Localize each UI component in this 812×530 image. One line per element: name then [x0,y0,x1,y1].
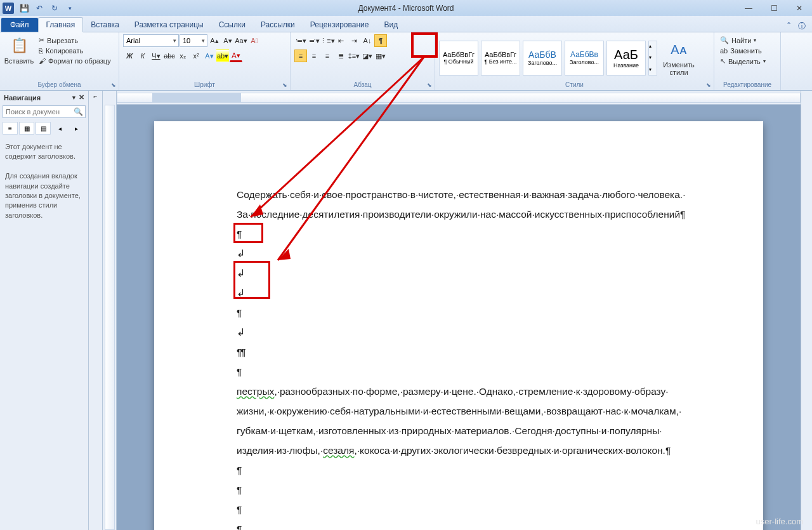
paste-icon: 📋 [9,36,29,56]
highlight-box-2 [233,261,270,299]
brush-icon: 🖌 [39,57,46,65]
replace-button[interactable]: abЗаменить [718,46,764,55]
shading-icon[interactable]: ◪▾ [361,50,374,62]
nav-view-pages[interactable]: ▦ [19,122,34,135]
nav-title: Навигация [4,94,41,102]
copy-icon: ⎘ [39,47,43,55]
align-left-icon[interactable]: ≡ [294,50,307,62]
grow-font-icon[interactable]: A▴ [208,34,221,47]
superscript-button[interactable]: x² [190,50,202,62]
navigation-pane: Навигация ▼ ✕ 🔍 ≡ ▦ ▤ ◂ ▸ Этот документ … [0,91,89,530]
tab-view[interactable]: Вид [376,18,405,32]
sort-icon[interactable]: A↓ [361,34,374,47]
nav-dropdown-icon[interactable]: ▼ [71,95,77,101]
increase-indent-icon[interactable]: ⇥ [348,34,360,47]
group-paragraph: ≔▾ ≕▾ ⋮≡▾ ⇤ ⇥ A↓ ¶ ≡ ≡ ≡ ≣ ‡≡▾ ◪▾ ▦▾ Абз… [291,32,435,90]
style-heading2[interactable]: АаБбВвЗаголово... [565,41,604,76]
nav-empty-msg1: Этот документ не содержит заголовков. [5,142,83,162]
minimize-ribbon-icon[interactable]: ⌃ [786,21,792,32]
tab-references[interactable]: Ссылки [211,18,253,32]
subscript-button[interactable]: x₂ [176,50,189,62]
cursor-icon: ↖ [720,57,726,65]
ribbon-tabs: Файл Главная Вставка Разметка страницы С… [0,16,812,32]
italic-button[interactable]: К [136,50,149,62]
change-styles-button[interactable]: Aᴀ Изменить стили [660,38,698,77]
titlebar: W 💾 ↶ ↻ ▾ Документ4 - Microsoft Word — ☐… [0,0,812,16]
decrease-indent-icon[interactable]: ⇤ [334,34,347,47]
text-effects-icon[interactable]: A▾ [203,50,216,62]
nav-view-next[interactable]: ▸ [69,122,84,135]
highlight-box-1 [233,223,263,243]
justify-icon[interactable]: ≣ [334,50,347,62]
font-color-icon[interactable]: A▾ [230,50,242,62]
nav-empty-msg2: Для создания вкладок навигации создайте … [5,171,83,220]
highlight-icon[interactable]: ab▾ [216,50,229,62]
show-hide-pilcrow-button[interactable]: ¶ [374,34,387,47]
tab-mailings[interactable]: Рассылки [253,18,303,32]
styles-gallery-more[interactable]: ▴▾▾ [648,41,657,76]
find-button[interactable]: 🔍Найти▾ [718,36,758,45]
qat-redo-icon[interactable]: ↻ [48,2,61,15]
maximize-button[interactable]: ☐ [761,1,787,15]
nav-view-results[interactable]: ▤ [36,122,51,135]
word-icon: W [3,3,14,14]
replace-icon: ab [720,47,728,55]
right-sidebar [801,91,812,530]
qat-save-icon[interactable]: 💾 [18,2,30,15]
document-area: ⌐ Содержать·себя·и·свое·пространство·в·ч… [89,91,812,530]
document-page[interactable]: Содержать·себя·и·свое·пространство·в·чис… [154,121,763,530]
paragraph-launcher[interactable]: ⬊ [426,81,433,89]
tab-review[interactable]: Рецензирование [303,18,377,32]
qat-dropdown-icon[interactable]: ▾ [63,2,76,15]
align-center-icon[interactable]: ≡ [308,50,320,62]
bold-button[interactable]: Ж [123,50,136,62]
group-styles: АаБбВвГг¶ Обычный АаБбВвГг¶ Без инте... … [435,32,714,90]
ruler-horizontal[interactable] [117,91,801,105]
select-button[interactable]: ↖Выделить▾ [718,56,768,66]
change-case-icon[interactable]: Aa▾ [235,34,247,47]
underline-button[interactable]: Ч▾ [150,50,162,62]
nav-close-icon[interactable]: ✕ [79,93,84,101]
search-icon[interactable]: 🔍 [74,107,83,116]
clipboard-launcher[interactable]: ⬊ [110,81,117,89]
qat-undo-icon[interactable]: ↶ [33,2,46,15]
style-nospacing[interactable]: АаБбВвГг¶ Без инте... [481,41,520,76]
tab-file[interactable]: Файл [1,18,38,32]
tab-home[interactable]: Главная [38,17,84,32]
style-normal[interactable]: АаБбВвГг¶ Обычный [439,41,478,76]
minimize-button[interactable]: — [736,1,761,15]
change-styles-icon: Aᴀ [669,39,689,60]
tab-layout[interactable]: Разметка страницы [127,18,211,32]
borders-icon[interactable]: ▦▾ [374,50,387,62]
group-clipboard: 📋 Вставить ✂Вырезать ⎘Копировать 🖌Формат… [0,32,119,90]
line-spacing-icon[interactable]: ‡≡▾ [348,50,360,62]
shrink-font-icon[interactable]: A▾ [221,34,234,47]
nav-view-prev[interactable]: ◂ [52,122,67,135]
close-button[interactable]: ✕ [787,1,812,15]
tab-insert[interactable]: Вставка [83,18,127,32]
align-right-icon[interactable]: ≡ [321,50,334,62]
bullets-icon[interactable]: ≔▾ [294,34,307,47]
clear-format-icon[interactable]: Aͯ [248,34,261,47]
font-launcher[interactable]: ⬊ [281,81,289,89]
format-painter-button[interactable]: 🖌Формат по образцу [37,56,113,65]
find-icon: 🔍 [720,36,729,44]
watermark: user-life.com [756,517,803,526]
group-font: Arial 10 A▴ A▾ Aa▾ Aͯ Ж К Ч▾ abc x₂ x² A… [119,32,291,90]
ruler-corner: ⌐ [89,91,103,530]
styles-launcher[interactable]: ⬊ [705,81,712,89]
style-heading1[interactable]: АаБбВЗаголово... [523,41,562,76]
scissors-icon: ✂ [39,36,44,44]
numbering-icon[interactable]: ≕▾ [308,34,320,47]
font-size-combo[interactable]: 10 [180,34,207,47]
strike-button[interactable]: abc [163,50,176,62]
nav-view-headings[interactable]: ≡ [3,122,18,135]
ruler-vertical[interactable] [103,91,117,530]
font-name-combo[interactable]: Arial [123,34,179,47]
paste-button[interactable]: 📋 Вставить [4,34,34,66]
cut-button[interactable]: ✂Вырезать [37,36,113,45]
style-title[interactable]: АаБНазвание [606,41,646,76]
help-icon[interactable]: ⓘ [798,21,806,32]
copy-button[interactable]: ⎘Копировать [37,46,113,55]
multilevel-icon[interactable]: ⋮≡▾ [321,34,334,47]
